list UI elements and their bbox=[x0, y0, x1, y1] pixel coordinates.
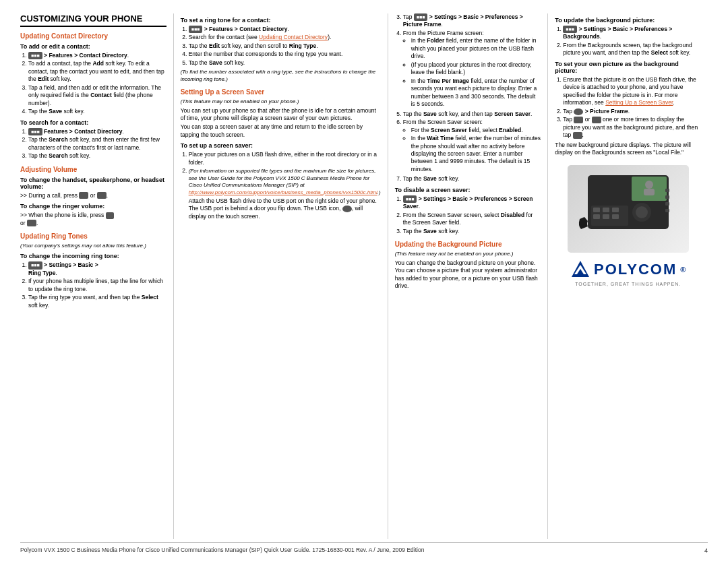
list-item: Tap the Save soft key, and then tap Scre… bbox=[403, 111, 541, 118]
column-3: Tap ■■■ > Settings > Basic > Preferences… bbox=[388, 13, 549, 539]
footer-text: Polycom VVX 1500 C Business Media Phone … bbox=[20, 547, 424, 554]
select-icon bbox=[573, 132, 582, 139]
usb-note: (For information on supported file types… bbox=[189, 168, 381, 196]
subsection-incoming-ring: To change the incoming ring tone: bbox=[20, 253, 166, 259]
list-item: In the Folder field, enter the name of t… bbox=[411, 37, 541, 60]
list-item: Tap the Save soft key. bbox=[403, 228, 541, 235]
nav-circle-icon bbox=[574, 108, 583, 115]
screen-saver-bullets: For the Screen Saver field, select Enabl… bbox=[403, 127, 541, 174]
screen-saver-link: Setting Up a Screen Saver bbox=[605, 99, 673, 106]
subsection-ring-tone-contact: To set a ring tone for a contact: bbox=[181, 17, 381, 24]
list-item: Tap ■■■ > Settings > Basic > Preferences… bbox=[403, 13, 541, 29]
list-item: ■■■ > Settings > Basic >Ring Type. bbox=[28, 261, 166, 277]
column-1: CUSTOMIZING YOUR PHONE Updating Contact … bbox=[20, 13, 174, 539]
subsection-search: To search for a contact: bbox=[20, 119, 166, 126]
polycom-link: http://www.polycom.com/support/voice/bus… bbox=[189, 189, 377, 195]
ring-tone-steps: ■■■ > Settings > Basic >Ring Type. If yo… bbox=[20, 261, 166, 309]
list-item: Tap the Save soft key. bbox=[28, 108, 166, 115]
tap-button: ■■■ bbox=[28, 128, 42, 135]
list-item: For the Screen Saver field, select Enabl… bbox=[411, 127, 541, 134]
ring-tones-note: (Your company's settings may not allow t… bbox=[20, 243, 166, 249]
svg-rect-15 bbox=[665, 202, 669, 206]
screen-saver-p1: You can set up your phone so that after … bbox=[181, 107, 381, 123]
picture-frame-bullets: In the Folder field, enter the name of t… bbox=[403, 37, 541, 108]
ring-tone-contact-steps: ■■■ > Features > Contact Directory. Sear… bbox=[181, 26, 381, 67]
section-adjusting-volume: Adjusting Volume bbox=[20, 166, 166, 173]
add-edit-steps: ■■■ > Features > Contact Directory. To a… bbox=[20, 52, 166, 116]
list-item: Enter the number that corresponds to the… bbox=[189, 51, 381, 58]
svg-rect-14 bbox=[665, 195, 669, 199]
screen-saver-note: (This feature may not be enabled on your… bbox=[181, 98, 381, 105]
volume-down-icon bbox=[97, 192, 107, 199]
handset-vol-text: >> During a call, press or . bbox=[20, 192, 166, 199]
list-item: Tap the Save soft key. bbox=[189, 59, 381, 67]
col3-steps: Tap ■■■ > Settings > Basic > Preferences… bbox=[395, 13, 541, 183]
find-note: (To find the number associated with a ri… bbox=[181, 69, 381, 83]
polycom-triangle-logo bbox=[570, 259, 590, 280]
page-number: 4 bbox=[704, 547, 708, 554]
screen-saver-p2: You can stop a screen saver at any time … bbox=[181, 123, 381, 139]
svg-rect-10 bbox=[612, 214, 619, 219]
phone-svg bbox=[574, 168, 682, 249]
tap-button: ■■■ bbox=[563, 26, 577, 33]
list-item: From the Screen Saver screen: For the Sc… bbox=[403, 119, 541, 173]
volume-up-icon bbox=[79, 192, 88, 199]
disable-steps: ■■■ > Settings > Basic > Preferences > S… bbox=[395, 195, 541, 235]
polycom-logo-row: POLYCOM ® bbox=[570, 259, 686, 280]
col4-content: To update the background picture: ■■■ > … bbox=[555, 13, 701, 539]
column-4: To update the background picture: ■■■ > … bbox=[548, 13, 708, 539]
list-item: In the Wait Time field, enter the number… bbox=[411, 135, 541, 173]
page-footer: Polycom VVX 1500 C Business Media Phone … bbox=[20, 542, 708, 555]
svg-point-2 bbox=[645, 181, 653, 189]
screen-saver-setup-steps: Place your pictures on a USB flash drive… bbox=[181, 151, 381, 220]
section-bg-picture: Updating the Background Picture bbox=[395, 241, 541, 248]
update-bg-steps: ■■■ > Settings > Basic > Preferences > B… bbox=[555, 26, 701, 57]
column-2: To set a ring tone for a contact: ■■■ > … bbox=[174, 13, 388, 539]
registered-mark: ® bbox=[680, 266, 686, 274]
svg-rect-6 bbox=[603, 208, 609, 212]
list-item: From the Picture Frame screen: In the Fo… bbox=[403, 30, 541, 108]
subsection-disable-saver: To disable a screen saver: bbox=[395, 187, 541, 193]
list-item: To add a contact, tap the Add soft key. … bbox=[28, 60, 166, 83]
search-steps: ■■■ Features > Contact Directory. Tap th… bbox=[20, 128, 166, 160]
svg-rect-5 bbox=[593, 208, 600, 212]
list-item: Tap the Save soft key. bbox=[403, 175, 541, 183]
list-item: ■■■ > Features > Contact Directory. bbox=[189, 26, 381, 33]
svg-rect-16 bbox=[665, 209, 669, 212]
tap-button: ■■■ bbox=[28, 52, 42, 59]
subsection-add-edit: To add or edit a contact: bbox=[20, 43, 166, 50]
list-item: Place your pictures on a USB flash drive… bbox=[189, 151, 381, 166]
list-item: Tap the Search soft key. bbox=[28, 152, 166, 160]
list-item: Ensure that the picture is on the USB fl… bbox=[563, 76, 701, 107]
svg-rect-13 bbox=[665, 189, 669, 192]
tap-button: ■■■ bbox=[28, 261, 42, 269]
bg-p1: You can change the background picture on… bbox=[395, 259, 541, 290]
subsection-setup-screen-saver: To set up a screen saver: bbox=[181, 142, 381, 149]
ringer-vol-text: >> When the phone is idle, press or . bbox=[20, 212, 166, 227]
section-ring-tones: Updating Ring Tones bbox=[20, 232, 166, 240]
phone-image bbox=[568, 165, 689, 253]
svg-rect-3 bbox=[644, 189, 655, 195]
tap-button: ■■■ bbox=[414, 13, 428, 21]
list-item: Tap the ring type you want, and then tap… bbox=[28, 294, 166, 309]
list-item: In the Time Per Image field, enter the n… bbox=[411, 77, 541, 108]
list-item: ■■■ > Settings > Basic > Preferences > B… bbox=[563, 26, 701, 41]
list-item: ■■■ > Settings > Basic > Preferences > S… bbox=[403, 195, 541, 211]
polycom-wordmark: POLYCOM bbox=[594, 261, 677, 278]
list-item: (For information on supported file types… bbox=[189, 167, 381, 220]
polycom-branding-area: POLYCOM ® TOGETHER, GREAT THINGS HAPPEN. bbox=[555, 158, 701, 286]
tap-button: ■■■ bbox=[403, 195, 417, 203]
page-title: CUSTOMIZING YOUR PHONE bbox=[20, 13, 166, 27]
list-item: Tap > Picture Frame. bbox=[563, 108, 701, 115]
list-item: From the Backgrounds screen, tap the bac… bbox=[563, 42, 701, 57]
svg-rect-7 bbox=[612, 208, 619, 212]
list-item: (If you placed your pictures in the root… bbox=[411, 61, 541, 77]
list-item: Search for the contact (see Updating Con… bbox=[189, 34, 381, 41]
page-container: CUSTOMIZING YOUR PHONE Updating Contact … bbox=[0, 0, 728, 562]
polycom-tagline: TOGETHER, GREAT THINGS HAPPEN. bbox=[575, 282, 681, 286]
bg-italic: (This feature may not be enabled on your… bbox=[395, 251, 541, 257]
svg-point-12 bbox=[636, 206, 648, 218]
section-screen-saver: Setting Up a Screen Saver bbox=[181, 88, 381, 96]
svg-rect-9 bbox=[603, 214, 609, 219]
list-item: Tap the Edit soft key, and then scroll t… bbox=[189, 42, 381, 50]
